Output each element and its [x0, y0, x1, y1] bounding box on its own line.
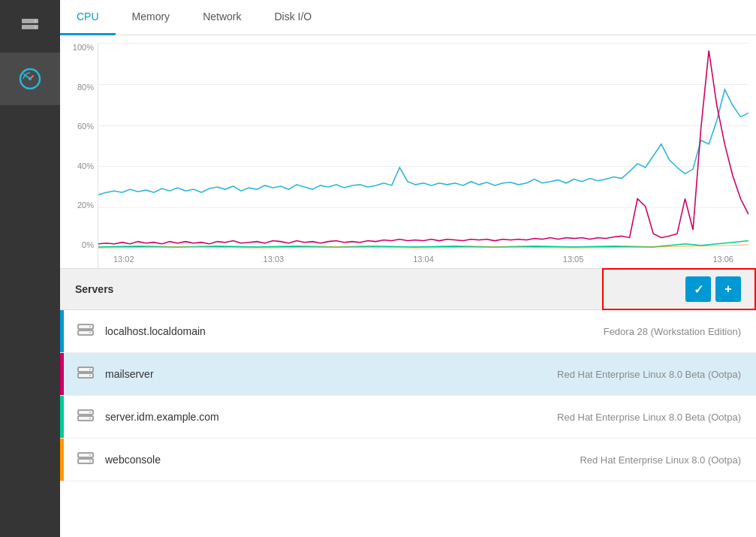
- server-name: server.idm.example.com: [105, 411, 557, 423]
- sidebar: [0, 0, 60, 537]
- server-color-bar: [60, 396, 64, 438]
- chart-svg: [98, 43, 748, 249]
- server-name: mailserver: [105, 368, 557, 380]
- server-icon: [75, 449, 96, 470]
- svg-point-12: [89, 369, 91, 370]
- servers-title: Servers: [75, 283, 113, 295]
- svg-point-20: [89, 454, 91, 456]
- x-label-1306: 13:06: [712, 255, 733, 264]
- server-row[interactable]: mailserver Red Hat Enterprise Linux 8.0 …: [60, 353, 756, 396]
- svg-point-2: [35, 20, 37, 23]
- servers-header: Servers Edit Server ✓ +: [60, 268, 756, 310]
- servers-section: Servers Edit Server ✓ + lo: [60, 268, 756, 537]
- tabs-bar: CPU Memory Network Disk I/O: [60, 0, 756, 35]
- x-label-1303: 13:03: [264, 255, 285, 264]
- server-row[interactable]: server.idm.example.com Red Hat Enterpris…: [60, 396, 756, 439]
- sidebar-item-server[interactable]: [0, 0, 60, 53]
- y-label-0: 0%: [68, 240, 98, 249]
- check-button[interactable]: ✓: [685, 276, 711, 302]
- svg-point-17: [89, 418, 91, 419]
- server-color-bar: [60, 310, 64, 352]
- svg-point-3: [35, 26, 37, 29]
- server-row[interactable]: localhost.localdomain Fedora 28 (Worksta…: [60, 310, 756, 353]
- y-label-60: 60%: [68, 122, 98, 131]
- server-color-bar: [60, 439, 64, 481]
- tab-network[interactable]: Network: [186, 0, 258, 35]
- svg-point-13: [89, 375, 91, 376]
- y-axis: 100% 80% 60% 40% 20% 0%: [68, 43, 98, 268]
- y-label-100: 100%: [68, 43, 98, 52]
- sidebar-item-dashboard[interactable]: [0, 53, 60, 105]
- server-icon: [17, 13, 44, 40]
- svg-point-8: [89, 326, 91, 327]
- main-content: CPU Memory Network Disk I/O 100% 80% 60%…: [60, 0, 756, 537]
- servers-header-wrapper: Servers Edit Server ✓ +: [60, 268, 756, 310]
- x-label-1302: 13:02: [113, 255, 134, 264]
- server-row[interactable]: webconsole Red Hat Enterprise Linux 8.0 …: [60, 439, 756, 481]
- server-os: Red Hat Enterprise Linux 8.0 (Ootpa): [580, 454, 741, 466]
- server-color-bar: [60, 353, 64, 395]
- tab-memory[interactable]: Memory: [116, 0, 187, 35]
- tab-cpu[interactable]: CPU: [60, 0, 116, 35]
- svg-point-21: [89, 460, 91, 462]
- server-name: webconsole: [105, 454, 580, 466]
- server-icon: [75, 364, 96, 385]
- tab-diskio[interactable]: Disk I/O: [258, 0, 328, 35]
- svg-point-9: [89, 332, 91, 333]
- y-label-20: 20%: [68, 201, 98, 210]
- add-server-button[interactable]: +: [715, 276, 741, 302]
- dashboard-icon: [17, 65, 44, 92]
- server-os: Red Hat Enterprise Linux 8.0 Beta (Ootpa…: [557, 412, 741, 423]
- y-label-40: 40%: [68, 161, 98, 170]
- servers-actions: Edit Server ✓ +: [685, 276, 741, 302]
- server-os: Fedora 28 (Workstation Edition): [604, 326, 741, 337]
- x-label-1305: 13:05: [563, 255, 584, 264]
- server-icon: [75, 321, 96, 342]
- y-label-80: 80%: [68, 83, 98, 92]
- svg-point-16: [89, 412, 91, 413]
- svg-point-5: [29, 77, 32, 80]
- server-name: localhost.localdomain: [105, 325, 604, 337]
- x-label-1304: 13:04: [413, 255, 434, 264]
- server-icon: [75, 406, 96, 427]
- server-os: Red Hat Enterprise Linux 8.0 Beta (Ootpa…: [557, 369, 741, 380]
- x-axis: 13:02 13:03 13:04 13:05 13:06: [98, 249, 748, 268]
- chart-inner: 13:02 13:03 13:04 13:05 13:06: [98, 43, 748, 268]
- cpu-chart: 100% 80% 60% 40% 20% 0%: [60, 35, 756, 268]
